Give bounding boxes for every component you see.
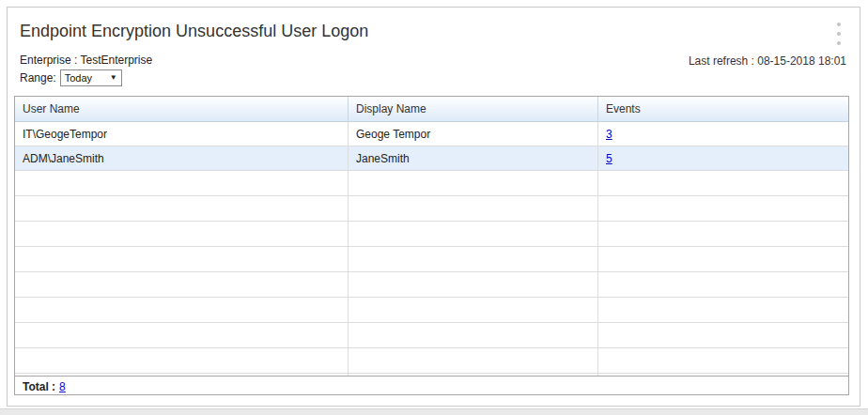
column-header-events: Events xyxy=(598,97,848,121)
range-label: Range: xyxy=(20,71,56,85)
cell-display-name: Geoge Tempor xyxy=(349,122,598,146)
range-select[interactable]: Today ▼ xyxy=(60,69,122,86)
table-row-empty xyxy=(15,298,848,323)
table-row-empty xyxy=(15,323,848,348)
bottom-band xyxy=(0,408,868,415)
table-row-empty xyxy=(15,222,848,247)
last-refresh-label: Last refresh : 08-15-2018 18:01 xyxy=(689,54,846,68)
table-row-empty xyxy=(15,171,848,196)
range-selected-value: Today xyxy=(65,72,110,84)
widget-title: Endpoint Encryption Unsuccessful User Lo… xyxy=(20,22,368,41)
widget-card: Endpoint Encryption Unsuccessful User Lo… xyxy=(7,7,860,407)
cell-display-name: JaneSmith xyxy=(349,146,598,170)
table-total-row: Total : 8 xyxy=(15,376,848,396)
kebab-dot xyxy=(837,23,841,26)
kebab-dot xyxy=(837,32,841,36)
kebab-menu-icon[interactable] xyxy=(832,23,845,45)
kebab-dot xyxy=(837,41,841,45)
range-row: Range: Today ▼ xyxy=(20,69,122,86)
enterprise-label: Enterprise : TestEnterprise xyxy=(20,54,152,67)
total-label: Total : xyxy=(23,380,55,393)
table-row: IT\GeogeTempor Geoge Tempor 3 xyxy=(15,122,848,146)
table-row: ADM\JaneSmith JaneSmith 5 xyxy=(15,146,848,171)
column-header-user-name: User Name xyxy=(15,97,349,121)
table-row-empty xyxy=(15,272,848,298)
column-header-display-name: Display Name xyxy=(349,97,598,121)
table-header-row: User Name Display Name Events xyxy=(15,97,848,122)
table-row-empty xyxy=(15,247,848,272)
cell-user-name: ADM\JaneSmith xyxy=(15,146,349,170)
table-row-empty xyxy=(15,196,848,222)
events-link[interactable]: 5 xyxy=(606,152,612,165)
cell-user-name: IT\GeogeTempor xyxy=(15,122,349,146)
events-link[interactable]: 3 xyxy=(606,128,612,141)
table-row-empty xyxy=(15,348,848,374)
dropdown-arrow-icon: ▼ xyxy=(110,74,117,82)
user-logon-table: User Name Display Name Events IT\GeogeTe… xyxy=(14,96,849,395)
total-events-link[interactable]: 8 xyxy=(59,380,66,393)
